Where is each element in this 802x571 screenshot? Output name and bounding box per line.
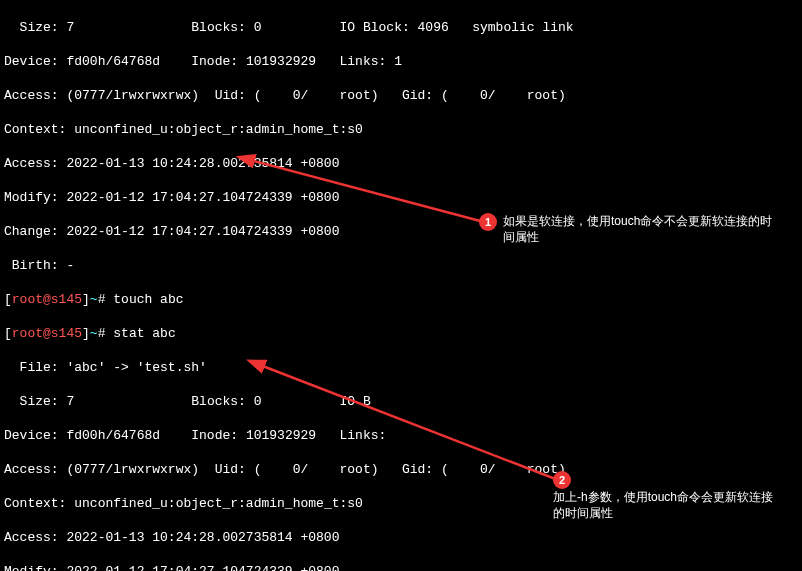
stat-line: Device: fd00h/64768d Inode: 101932929 Li… <box>4 53 798 70</box>
annotation-badge-1: 1 <box>479 213 497 231</box>
annotation-text-1: 如果是软连接，使用touch命令不会更新软连接的时间属性 <box>503 213 783 245</box>
stat-line: Modify: 2022-01-12 17:04:27.104724339 +0… <box>4 189 798 206</box>
annotation-text-2: 加上-h参数，使用touch命令会更新软连接的时间属性 <box>553 489 783 521</box>
stat-line: Access: (0777/lrwxrwxrwx) Uid: ( 0/ root… <box>4 87 798 104</box>
prompt-line: [root@s145]~# stat abc <box>4 325 798 342</box>
annotation-1: 1如果是软连接，使用touch命令不会更新软连接的时间属性 <box>479 213 783 245</box>
stat-line: Access: 2022-01-13 10:24:28.002735814 +0… <box>4 529 798 546</box>
stat-line: Size: 7 Blocks: 0 IO B <box>4 393 798 410</box>
annotation-2: 2加上-h参数，使用touch命令会更新软连接的时间属性 <box>553 471 802 521</box>
prompt-line: [root@s145]~# touch abc <box>4 291 798 308</box>
command-text: touch abc <box>113 292 183 307</box>
stat-line: Context: unconfined_u:object_r:admin_hom… <box>4 121 798 138</box>
stat-line: Size: 7 Blocks: 0 IO Block: 4096 symboli… <box>4 19 798 36</box>
stat-line: Modify: 2022-01-12 17:04:27.104724339 +0… <box>4 563 798 571</box>
stat-line: File: 'abc' -> 'test.sh' <box>4 359 798 376</box>
stat-line: Access: 2022-01-13 10:24:28.002735814 +0… <box>4 155 798 172</box>
stat-line: Birth: - <box>4 257 798 274</box>
stat-line: Device: fd00h/64768d Inode: 101932929 Li… <box>4 427 798 444</box>
command-text: stat abc <box>113 326 175 341</box>
annotation-badge-2: 2 <box>553 471 571 489</box>
